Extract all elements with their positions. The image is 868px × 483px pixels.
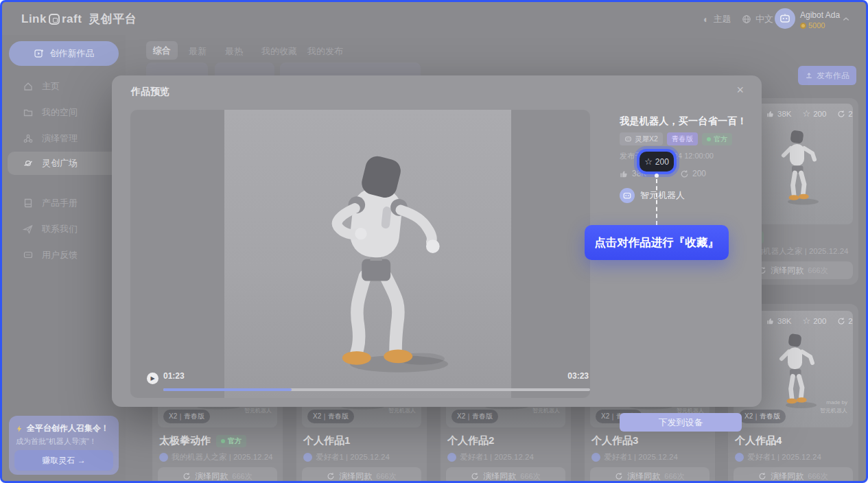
share-icon	[680, 169, 689, 178]
progress-fill	[163, 388, 292, 391]
coin-count: 5000	[808, 21, 825, 30]
play-button[interactable]: ▶	[147, 373, 159, 384]
publish-work-button[interactable]: 发布作品	[798, 66, 856, 85]
theme-label: 主题	[713, 13, 731, 25]
top-bar: Linkraft 灵创平台 ◐ 主题 中文 Agibot Ada 5000	[2, 2, 866, 35]
tab-hottest[interactable]: 最热	[225, 45, 243, 58]
model-chip: 灵犀X2	[620, 132, 663, 145]
work-title: 我是机器人，买一台省一百！	[620, 115, 747, 128]
tab-my-favorites[interactable]: 我的收藏	[261, 45, 297, 58]
card-title: 个人作品2	[447, 434, 494, 447]
logo-text-prefix: Link	[21, 12, 47, 26]
thumbs-up-icon	[766, 110, 775, 118]
favorite-button-highlighted[interactable]: ☆ 200	[640, 152, 674, 172]
send-to-device-button[interactable]: 下发到设备	[620, 413, 742, 432]
robot-avatar-icon	[779, 12, 791, 25]
current-time: 01:23	[163, 371, 185, 381]
sidebar-item-lingchuang-plaza[interactable]: 灵创广场	[8, 152, 120, 175]
card-author-meta: 我的机器人之家 | 2025.12.24	[159, 452, 272, 462]
lightning-icon	[16, 424, 23, 434]
nodes-icon	[23, 133, 34, 144]
create-icon	[34, 48, 45, 59]
earn-gems-button[interactable]: 赚取灵石 →	[14, 450, 113, 471]
derive-icon	[327, 472, 335, 480]
logo-craft-icon	[49, 14, 60, 25]
card-author-meta: 爱好者1 | 2025.12.24	[735, 452, 821, 462]
edition-chip: 青春版	[667, 132, 699, 145]
card-author-meta: 爱好者1 | 2025.12.24	[447, 452, 534, 462]
author-avatar	[591, 453, 600, 462]
chevron-up-icon[interactable]	[842, 15, 850, 23]
derive-same-button[interactable]: 演绎同款666次	[734, 467, 853, 483]
derive-icon	[183, 472, 191, 480]
derive-same-button[interactable]: 演绎同款666次	[590, 467, 709, 483]
video-player: ▶ 01:23 03:23	[130, 110, 590, 398]
derive-same-button[interactable]: 演绎同款666次	[446, 467, 565, 483]
sidebar-item-label: 产品手册	[42, 197, 78, 209]
sidebar-item-home[interactable]: 主页	[8, 75, 120, 98]
close-icon[interactable]: ×	[736, 83, 744, 97]
sidebar-item-product-manual[interactable]: 产品手册	[8, 191, 120, 215]
tab-comprehensive[interactable]: 综合	[146, 41, 178, 60]
author-avatar	[735, 453, 744, 462]
sidebar-item-label: 用户反馈	[42, 249, 78, 261]
author-name: 智元机器人	[640, 189, 685, 202]
guide-dashed-line	[656, 179, 657, 225]
sidebar-item-user-feedback[interactable]: 用户反馈	[8, 244, 120, 267]
promo-title: 全平台创作人召集令！	[16, 423, 109, 434]
language-label: 中文	[755, 13, 773, 25]
create-label: 创作新作品	[50, 47, 95, 60]
robot-avatar-icon	[622, 191, 632, 200]
play-icon: ▶	[150, 375, 154, 381]
card-title: 个人作品4	[735, 434, 782, 447]
user-coins: 5000	[800, 21, 825, 30]
author-avatar	[303, 453, 312, 462]
book-icon	[23, 198, 34, 209]
model-tag: X2｜青春版	[451, 410, 498, 423]
robot-video-still	[272, 134, 471, 388]
planet-icon	[23, 158, 34, 169]
derive-icon	[471, 472, 479, 480]
sidebar-item-performance-management[interactable]: 演绎管理	[8, 127, 120, 150]
paper-plane-icon	[23, 224, 34, 235]
app-window: Linkraft 灵创平台 ◐ 主题 中文 Agibot Ada 5000 创作…	[0, 0, 868, 483]
share-icon	[837, 110, 845, 118]
derive-icon	[615, 472, 623, 480]
robot-chip-icon	[624, 135, 632, 143]
card-stats: 38K ☆ 200 200	[766, 109, 853, 118]
derive-same-button[interactable]: 演绎同款666次	[158, 467, 277, 483]
derive-same-button[interactable]: 演绎同款666次	[302, 467, 421, 483]
author-avatar	[447, 453, 456, 462]
chat-bubble-icon	[23, 250, 34, 261]
progress-bar[interactable]	[163, 388, 590, 391]
language-switcher[interactable]: 中文	[742, 13, 773, 25]
official-dot-icon	[707, 137, 711, 141]
theme-toggle[interactable]: ◐ 主题	[703, 13, 731, 25]
author-avatar	[159, 453, 168, 462]
star-icon: ☆	[802, 109, 810, 118]
tab-my-publications[interactable]: 我的发布	[307, 45, 343, 58]
work-author[interactable]: 智元机器人	[620, 188, 685, 203]
sidebar-item-contact-us[interactable]: 联系我们	[8, 217, 120, 241]
modal-title: 作品预览	[131, 86, 169, 98]
folder-icon	[23, 107, 34, 118]
guide-connector-dot	[655, 174, 659, 178]
sidebar-item-label: 灵创广场	[42, 157, 78, 169]
logo-cn-name: 灵创平台	[89, 11, 137, 27]
star-icon: ☆	[802, 316, 810, 325]
favorite-count: 200	[655, 157, 669, 167]
guide-tooltip: 点击对作品进行『收藏』	[585, 225, 729, 260]
card-title: 个人作品3	[591, 434, 638, 447]
derive-icon	[758, 472, 766, 480]
model-tag: X2｜青春版	[739, 410, 786, 423]
creator-promo-card: 全平台创作人召集令！ 成为首批"机器人导演"！ 赚取灵石 →	[9, 416, 119, 475]
user-avatar[interactable]	[775, 8, 795, 29]
tab-newest[interactable]: 最新	[189, 45, 207, 58]
work-tags: 灵犀X2 青春版 官方	[620, 132, 732, 145]
card-stats: 38K ☆ 200 200	[766, 316, 853, 325]
shares-stat[interactable]: 200	[680, 169, 706, 178]
create-new-work-button[interactable]: 创作新作品	[9, 41, 119, 66]
sidebar: 创作新作品 主页 我的空间 演绎管理 灵创广场 产品手册 联系我们 用户反馈	[2, 35, 126, 481]
sidebar-item-my-space[interactable]: 我的空间	[8, 101, 120, 124]
promo-subtitle: 成为首批"机器人导演"！	[16, 436, 97, 447]
